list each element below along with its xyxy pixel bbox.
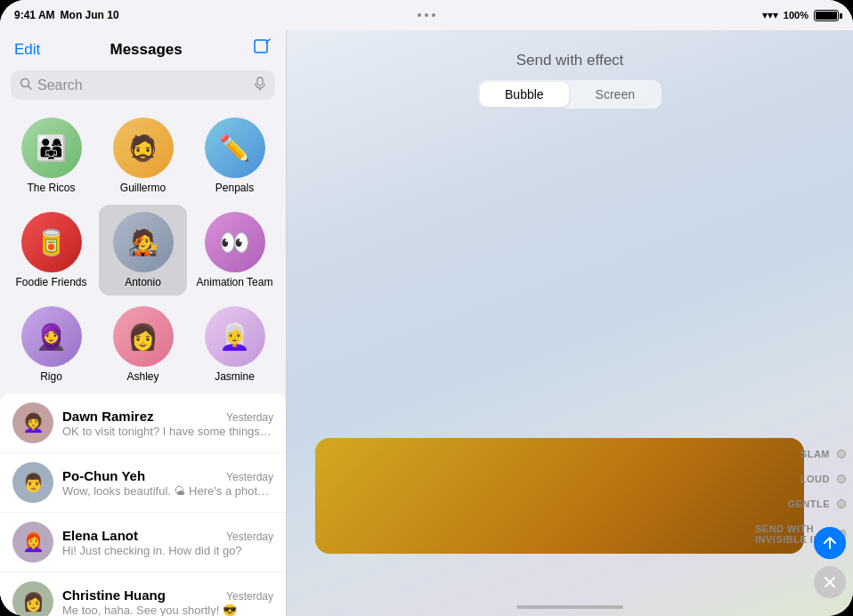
conv-info-elena: Elena Lanot Yesterday Hi! Just checking … (62, 528, 273, 557)
compose-icon (252, 37, 272, 57)
pinned-label-antonio: Antonio (125, 276, 161, 288)
sidebar: Edit Messages Search (0, 30, 287, 616)
conv-item-christine[interactable]: 👩 Christine Huang Yesterday Me too, haha… (0, 572, 286, 616)
pinned-item-rigo[interactable]: 🧕 Rigo (7, 299, 95, 390)
tab-bubble[interactable]: Bubble (480, 82, 569, 107)
pinned-label-rigo: Rigo (40, 370, 62, 383)
battery-icon (814, 10, 839, 21)
conv-preview-christine: Me too, haha. See you shortly! 😎 (62, 604, 273, 617)
status-bar-center (418, 13, 435, 17)
avatar-animation: 👀 (205, 212, 265, 272)
dot-2 (425, 13, 428, 17)
pinned-item-penpals[interactable]: ✏️ Penpals (191, 110, 279, 201)
pinned-item-guillermo[interactable]: 🧔 Guillermo (99, 110, 187, 201)
conv-top-elena: Elena Lanot Yesterday (62, 528, 273, 543)
message-bubble-preview (315, 438, 804, 554)
gentle-dot (837, 499, 846, 508)
loud-label: LOUD (800, 474, 830, 484)
tab-screen[interactable]: Screen (571, 82, 660, 107)
pinned-label-penpals: Penpals (215, 182, 254, 194)
battery-fill (816, 12, 837, 20)
pinned-label-jasmine: Jasmine (215, 370, 255, 383)
pinned-contacts-grid: 👨‍👩‍👧 The Ricos 🧔 Guillermo ✏️ Penpals 🥫… (0, 107, 286, 393)
conv-info-christine: Christine Huang Yesterday Me too, haha. … (62, 588, 273, 617)
pinned-label-ricos: The Ricos (27, 182, 75, 194)
conv-info-dawn: Dawn Ramirez Yesterday OK to visit tonig… (62, 409, 273, 438)
avatar-rigo: 🧕 (21, 306, 82, 367)
avatar-ashley: 👩 (113, 306, 174, 367)
pinned-label-foodie: Foodie Friends (15, 276, 86, 288)
conv-preview-elena: Hi! Just checking in. How did it go? (62, 544, 273, 557)
sidebar-header: Edit Messages (0, 30, 286, 67)
avatar-antonio: 🧑‍🎤 (113, 212, 174, 272)
conv-name-elena: Elena Lanot (62, 528, 138, 543)
slam-dot (837, 450, 846, 458)
conv-item-elena[interactable]: 👩‍🦰 Elena Lanot Yesterday Hi! Just check… (0, 513, 286, 572)
cancel-button[interactable] (814, 566, 846, 598)
avatar-dawn: 👩‍🦱 (12, 402, 53, 443)
pinned-item-foodie[interactable]: 🥫 Foodie Friends (7, 205, 95, 296)
conv-time-dawn: Yesterday (226, 411, 273, 424)
conv-item-pochun[interactable]: 👨 Po-Chun Yeh Yesterday Wow, looks beaut… (0, 453, 286, 513)
effect-option-slam[interactable]: SLAM (755, 449, 853, 459)
status-bar-right: ▾▾▾ 100% (762, 9, 839, 21)
svg-rect-4 (257, 77, 263, 85)
avatar-guillermo: 🧔 (113, 118, 174, 178)
conv-name-pochun: Po-Chun Yeh (62, 468, 145, 483)
home-bar (516, 605, 623, 609)
edit-button[interactable]: Edit (14, 41, 40, 59)
messages-title: Messages (110, 41, 183, 59)
avatar-pochun: 👨 (12, 462, 53, 503)
svg-rect-0 (255, 40, 267, 53)
avatar-christine: 👩 (12, 581, 53, 616)
slam-label: SLAM (800, 449, 830, 459)
pinned-item-jasmine[interactable]: 👩‍🦳 Jasmine (191, 299, 279, 390)
main-layout: Edit Messages Search (0, 30, 853, 616)
conv-info-pochun: Po-Chun Yeh Yesterday Wow, looks beautif… (62, 468, 273, 498)
status-date: Mon Jun 10 (61, 9, 119, 21)
pinned-item-animation[interactable]: 👀 Animation Team (191, 205, 279, 296)
avatar-foodie: 🥫 (21, 212, 82, 272)
compose-button[interactable] (252, 37, 272, 61)
pinned-label-ashley: Ashley (126, 370, 158, 383)
status-bar-left: 9:41 AM Mon Jun 10 (14, 9, 119, 21)
bottom-right-buttons (814, 527, 846, 598)
search-placeholder[interactable]: Search (37, 77, 248, 93)
avatar-elena: 👩‍🦰 (12, 522, 53, 563)
effect-tabs: Bubble Screen (478, 80, 662, 109)
search-icon (20, 77, 32, 93)
battery-percent: 100% (784, 10, 808, 20)
loud-dot (837, 474, 846, 483)
search-bar[interactable]: Search (11, 70, 275, 100)
avatar-jasmine: 👩‍🦳 (205, 306, 265, 367)
mic-icon[interactable] (254, 77, 266, 93)
conv-item-dawn[interactable]: 👩‍🦱 Dawn Ramirez Yesterday OK to visit t… (0, 393, 286, 453)
effect-option-loud[interactable]: LOUD (755, 474, 853, 484)
pinned-item-ashley[interactable]: 👩 Ashley (99, 299, 187, 390)
status-time: 9:41 AM (14, 9, 55, 21)
send-button[interactable] (814, 527, 846, 559)
pinned-item-ricos[interactable]: 👨‍👩‍👧 The Ricos (7, 110, 95, 201)
conv-preview-pochun: Wow, looks beautiful. 🌤 Here's a photo o… (62, 484, 273, 498)
conv-top-dawn: Dawn Ramirez Yesterday (62, 409, 273, 424)
conversation-list: 👩‍🦱 Dawn Ramirez Yesterday OK to visit t… (0, 393, 286, 616)
svg-line-3 (28, 86, 32, 90)
dot-3 (432, 13, 435, 17)
conv-time-elena: Yesterday (226, 531, 273, 543)
dot-1 (418, 13, 421, 17)
effect-option-gentle[interactable]: GENTLE (755, 498, 853, 509)
device-frame: 9:41 AM Mon Jun 10 ▾▾▾ 100% Edit Message… (0, 0, 853, 616)
conv-name-dawn: Dawn Ramirez (62, 409, 154, 424)
avatar-penpals: ✏️ (205, 118, 265, 178)
conv-top-pochun: Po-Chun Yeh Yesterday (62, 468, 273, 483)
status-bar: 9:41 AM Mon Jun 10 ▾▾▾ 100% (0, 0, 853, 30)
pinned-item-antonio[interactable]: 🧑‍🎤 Antonio (99, 205, 187, 296)
conv-time-pochun: Yesterday (226, 471, 273, 483)
right-panel: Send with effect Bubble Screen SLAM LOUD… (287, 30, 853, 616)
conv-time-christine: Yesterday (226, 590, 273, 603)
pinned-label-guillermo: Guillermo (120, 182, 166, 194)
pinned-label-animation: Animation Team (197, 276, 273, 288)
conv-top-christine: Christine Huang Yesterday (62, 588, 273, 603)
conv-name-christine: Christine Huang (62, 588, 166, 603)
gentle-label: GENTLE (787, 498, 830, 509)
